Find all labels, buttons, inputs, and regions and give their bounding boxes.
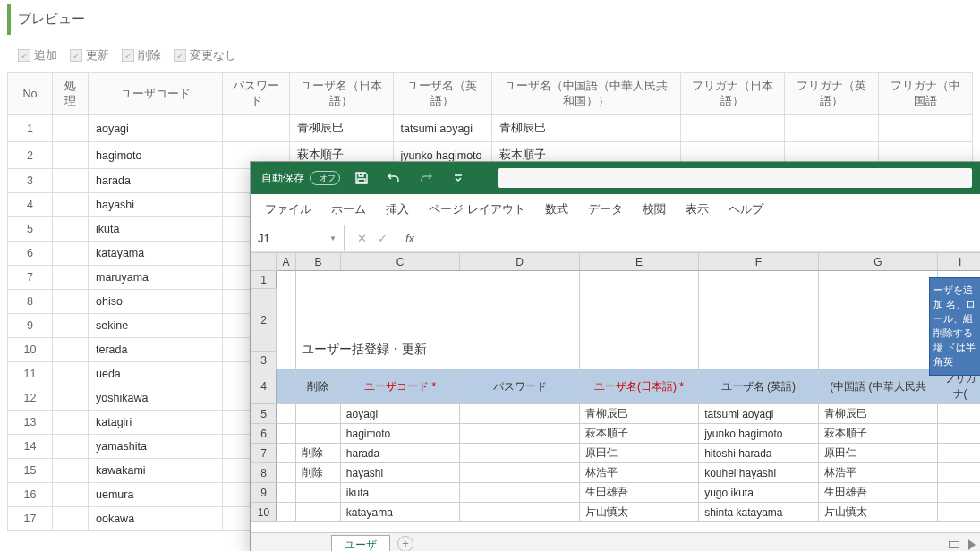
filter-delete[interactable]: ✓削除 [122,47,161,64]
cell[interactable]: shinta katayama [699,503,819,522]
col-proc[interactable]: 処理 [53,73,89,115]
rowhdr[interactable]: 9 [251,483,277,503]
colhdr-i[interactable]: I [938,253,980,271]
colhdr-b[interactable]: B [295,253,340,271]
cell[interactable]: 削除 [295,444,340,463]
cell-g1[interactable] [818,271,937,369]
cell[interactable] [276,483,295,503]
cell[interactable] [938,424,980,444]
rowhdr[interactable]: 10 [251,503,277,522]
name-box[interactable]: J1 ▼ [251,225,345,251]
cell-f1[interactable] [699,271,819,369]
cell[interactable]: ikuta [340,483,460,503]
cell-d4[interactable]: パスワード [460,369,579,404]
cell[interactable] [276,404,295,424]
scroll-right-icon[interactable] [968,539,976,550]
colhdr-a[interactable]: A [276,253,295,271]
cell[interactable] [276,444,295,463]
col-no[interactable]: No [8,73,53,115]
spreadsheet-grid[interactable]: A B C D E F G I 1 ユーザー括登録・更新 2 3 4 [251,252,980,522]
customize-dropdown-icon[interactable] [447,167,469,189]
cell[interactable]: hitoshi harada [699,444,819,463]
col-name-en[interactable]: ユーザ名（英語） [393,73,491,115]
sheet-row[interactable]: 10katayama片山慎太shinta katayama片山慎太 [251,503,981,522]
cell[interactable]: 林浩平 [579,463,698,483]
cell-b4[interactable]: 削除 [295,369,340,404]
cell-a1[interactable] [276,271,295,369]
rowhdr-2[interactable]: 2 [251,289,277,352]
filter-nochange[interactable]: ✓変更なし [174,47,236,64]
tab-formula[interactable]: 数式 [545,201,568,217]
sheet-row[interactable]: 9ikuta生田雄吾yugo ikuta生田雄吾 [251,483,981,503]
cell[interactable] [460,463,579,483]
rowhdr[interactable]: 6 [251,424,277,444]
col-name-ja[interactable]: ユーザ名（日本語） [290,73,394,115]
merged-title-cell[interactable]: ユーザー括登録・更新 [295,271,579,369]
cell[interactable]: 原田仁 [579,444,698,463]
tab-home[interactable]: ホーム [331,201,366,217]
cell-f4[interactable]: ユーザ名 (英語) [699,369,819,404]
cell[interactable] [276,424,295,444]
cell[interactable]: 青柳辰巳 [579,404,698,424]
sheet-row[interactable]: 7削除harada原田仁hitoshi harada原田仁 [251,444,981,463]
cell[interactable] [938,503,980,522]
rowhdr[interactable]: 5 [251,404,277,424]
sheet-row[interactable]: 5aoyagi青柳辰巳tatsumi aoyagi青柳辰巳 [251,404,981,424]
cell[interactable] [460,483,579,503]
col-password[interactable]: パスワード [223,73,290,115]
cell-comment[interactable]: ーザを追加 名、ロール、組 削除する場 ドは半角英 [929,277,980,376]
sheet-row[interactable]: 8削除hayashi林浩平kouhei hayashi林浩平 [251,463,981,483]
cell-e1[interactable] [579,271,698,369]
cell[interactable]: tatsumi aoyagi [699,404,819,424]
add-sheet-button[interactable]: + [397,536,413,552]
rowhdr-1[interactable]: 1 [251,271,277,289]
cell-a4[interactable] [276,369,295,404]
cell[interactable]: hagimoto [340,424,460,444]
save-icon[interactable] [351,167,372,189]
cell[interactable] [460,424,579,444]
cell[interactable]: 生田雄吾 [579,483,698,503]
cell-g4[interactable]: (中国語 (中華人民共 [818,369,937,404]
cell-e4[interactable]: ユーザ名(日本語) * [579,369,698,404]
cell[interactable] [938,444,980,463]
cell[interactable] [460,503,579,522]
cell-c4[interactable]: ユーザコード * [340,369,460,404]
tab-data[interactable]: データ [588,201,623,217]
col-name-zh[interactable]: ユーザ名（中国語（中華人民共和国）） [491,73,680,115]
col-usercode[interactable]: ユーザコード [89,73,223,115]
cell[interactable] [295,503,340,522]
cell[interactable]: harada [340,444,460,463]
colhdr-f[interactable]: F [699,253,819,271]
cell[interactable] [938,404,980,424]
cell[interactable] [938,463,980,483]
rowhdr[interactable]: 8 [251,463,277,483]
undo-icon[interactable] [383,167,405,189]
cell[interactable] [295,424,340,444]
table-row[interactable]: 1aoyagi青柳辰巳tatsumi aoyagi青柳辰巳 [8,115,973,142]
cell[interactable] [938,483,980,503]
cell[interactable]: 生田雄吾 [818,483,937,503]
colhdr-d[interactable]: D [460,253,579,271]
rowhdr[interactable]: 7 [251,444,277,463]
cell[interactable]: 片山慎太 [579,503,698,522]
select-all-corner[interactable] [251,253,277,271]
tab-view[interactable]: 表示 [686,201,709,217]
cell[interactable]: 青柳辰巳 [818,404,937,424]
autosave-toggle[interactable]: 自動保存 オフ [261,171,340,186]
rowhdr-4[interactable]: 4 [251,369,277,404]
cell[interactable]: 原田仁 [818,444,937,463]
colhdr-e[interactable]: E [579,253,698,271]
cell[interactable]: 萩本順子 [579,424,698,444]
sheet-row[interactable]: 6hagimoto萩本順子jyunko hagimoto萩本順子 [251,424,981,444]
cell[interactable] [276,503,295,522]
colhdr-c[interactable]: C [340,253,460,271]
cell[interactable]: 片山慎太 [818,503,937,522]
cell[interactable]: hayashi [340,463,460,483]
col-furi-en[interactable]: フリガナ（英語） [784,73,878,115]
cancel-icon[interactable]: ✕ [357,232,367,245]
cell[interactable] [460,404,579,424]
sheet-tab-user[interactable]: ユーザ [331,535,390,552]
tab-layout[interactable]: ページ レイアウト [429,201,525,217]
tab-help[interactable]: ヘルプ [729,201,763,217]
filter-update[interactable]: ✓更新 [70,47,109,64]
